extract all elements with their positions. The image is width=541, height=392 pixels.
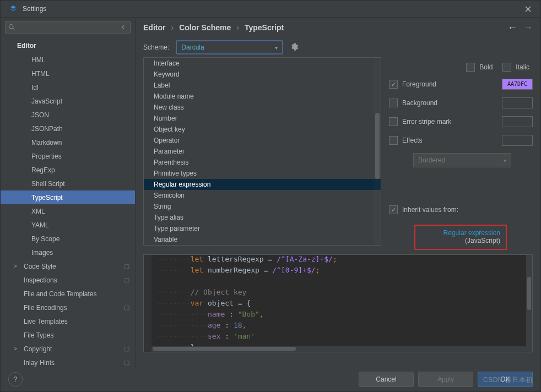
window-title: Settings	[23, 5, 46, 13]
italic-label: Italic	[516, 63, 529, 71]
nav-forward-button: →	[523, 22, 533, 34]
background-swatch[interactable]	[502, 97, 533, 108]
attr-item-interface[interactable]: Interface	[144, 58, 381, 69]
scheme-select[interactable]: Darcula ▾	[176, 40, 283, 55]
attr-item-type-parameter[interactable]: Type parameter	[144, 223, 381, 234]
sidebar-item-file-encodings[interactable]: File Encodings▢	[1, 301, 135, 314]
sidebar-item-markdown[interactable]: Markdown	[1, 135, 135, 149]
attr-item-semicolon[interactable]: Semicolon	[144, 190, 381, 201]
error-stripe-checkbox[interactable]	[389, 117, 398, 126]
sidebar-item-file-and-code-templates[interactable]: File and Code Templates	[1, 287, 135, 301]
scheme-value: Darcula	[181, 43, 204, 51]
sidebar-item-yaml[interactable]: YAML	[1, 218, 135, 232]
apply-button: Apply	[418, 372, 473, 387]
scope-icon: ▢	[124, 304, 129, 311]
sidebar-item-label: Inlay Hints	[24, 359, 55, 367]
code-preview[interactable]: ········let lettersRegexp = /^[A-Za-z]+$…	[143, 254, 533, 352]
sidebar-item-copyright[interactable]: >Copyright▢	[1, 342, 135, 356]
effects-swatch[interactable]	[502, 135, 533, 146]
sidebar-item-shell-script[interactable]: Shell Script	[1, 177, 135, 190]
close-button[interactable]	[520, 1, 536, 17]
sidebar-item-idl[interactable]: Idl	[1, 80, 135, 94]
search-input[interactable]	[5, 21, 131, 34]
crumb-color-scheme[interactable]: Color Scheme	[179, 23, 231, 32]
attr-item-module-name[interactable]: Module name	[144, 91, 381, 102]
sidebar-item-label: File Types	[24, 331, 53, 339]
crumb-editor[interactable]: Editor	[143, 23, 165, 32]
sidebar-item-xml[interactable]: XML	[1, 204, 135, 218]
sidebar-section-editor[interactable]: Editor	[1, 39, 135, 53]
attr-item-parenthesis[interactable]: Parenthesis	[144, 157, 381, 168]
attr-item-new-class[interactable]: New class	[144, 102, 381, 113]
sidebar-item-typescript[interactable]: TypeScript	[1, 190, 135, 204]
italic-checkbox[interactable]	[502, 63, 511, 72]
sidebar-item-inlay-hints[interactable]: Inlay Hints▢	[1, 356, 135, 368]
sidebar-item-label: Code Style	[24, 263, 56, 270]
gear-icon[interactable]	[290, 42, 299, 53]
search-box	[5, 21, 131, 34]
bold-checkbox[interactable]	[466, 63, 475, 72]
error-stripe-label: Error stripe mark	[402, 118, 451, 126]
svg-point-0	[9, 25, 13, 29]
attr-item-regular-expression[interactable]: Regular expression	[144, 179, 381, 190]
error-stripe-swatch[interactable]	[502, 116, 533, 127]
sidebar-item-file-types[interactable]: File Types	[1, 328, 135, 342]
attr-item-string[interactable]: String	[144, 201, 381, 212]
inherit-from-label: (JavaScript)	[423, 237, 500, 244]
search-icon	[8, 24, 15, 32]
help-button[interactable]: ?	[8, 372, 23, 386]
attr-item-operator[interactable]: Operator	[144, 135, 381, 146]
sidebar-item-label: By Scope	[31, 235, 59, 243]
sidebar-item-code-style[interactable]: >Code Style▢	[1, 259, 135, 273]
expand-icon[interactable]: >	[14, 263, 17, 269]
sidebar-item-label: TypeScript	[31, 194, 63, 202]
attributes-list[interactable]: InterfaceKeywordLabelModule nameNew clas…	[143, 57, 381, 246]
attr-item-primitive-types[interactable]: Primitive types	[144, 168, 381, 179]
app-icon	[9, 5, 17, 13]
expand-icon[interactable]: >	[14, 346, 17, 352]
sidebar-item-properties[interactable]: Properties	[1, 149, 135, 163]
attr-item-type-alias[interactable]: Type alias	[144, 212, 381, 223]
sidebar-item-regexp[interactable]: RegExp	[1, 163, 135, 177]
effects-checkbox[interactable]	[389, 136, 398, 145]
style-pane: Bold Italic Foreground AA7DFC Background	[389, 57, 533, 250]
effects-kind-select[interactable]: Bordered ▾	[413, 153, 511, 167]
sidebar-item-label: RegExp	[31, 166, 55, 174]
attr-item-keyword[interactable]: Keyword	[144, 69, 381, 80]
attr-item-object-key[interactable]: Object key	[144, 124, 381, 135]
sidebar-item-live-templates[interactable]: Live Templates	[1, 314, 135, 328]
attr-item-parameter[interactable]: Parameter	[144, 146, 381, 157]
sidebar-item-label: Idl	[31, 84, 39, 91]
footer: ? Cancel Apply OK	[1, 367, 540, 391]
sidebar-item-html[interactable]: HTML	[1, 67, 135, 80]
sidebar-item-javascript[interactable]: JavaScript	[1, 94, 135, 108]
foreground-checkbox[interactable]	[389, 80, 398, 89]
code-content: ········let lettersRegexp = /^[A-Za-z]+$…	[152, 254, 532, 352]
ok-button[interactable]: OK	[478, 372, 533, 387]
search-history-icon[interactable]	[120, 24, 127, 32]
sidebar-item-by-scope[interactable]: By Scope	[1, 232, 135, 246]
preview-hscrollbar[interactable]	[152, 346, 532, 352]
sidebar-item-label: JavaScript	[31, 97, 62, 105]
attr-item-label[interactable]: Label	[144, 80, 381, 91]
inherit-checkbox[interactable]	[389, 205, 398, 214]
inherit-link[interactable]: Regular expression	[423, 229, 500, 237]
foreground-swatch[interactable]: AA7DFC	[502, 79, 533, 90]
bold-label: Bold	[479, 63, 493, 71]
preview-vscrollbar[interactable]	[526, 255, 532, 346]
sidebar-item-hml[interactable]: HML	[1, 53, 135, 67]
scheme-label: Scheme:	[143, 43, 169, 51]
scope-icon: ▢	[124, 276, 129, 284]
background-checkbox[interactable]	[389, 99, 398, 107]
cancel-button[interactable]: Cancel	[359, 372, 414, 387]
sidebar-item-jsonpath[interactable]: JSONPath	[1, 122, 135, 135]
settings-tree[interactable]: Editor HMLHTMLIdlJavaScriptJSONJSONPathM…	[1, 36, 135, 368]
attr-item-variable[interactable]: Variable	[144, 234, 381, 245]
sidebar-item-images[interactable]: Images	[1, 246, 135, 259]
scheme-row: Scheme: Darcula ▾	[136, 37, 540, 57]
list-scrollbar[interactable]	[374, 58, 381, 245]
sidebar-item-json[interactable]: JSON	[1, 108, 135, 122]
sidebar-item-inspections[interactable]: Inspections▢	[1, 273, 135, 287]
nav-back-button[interactable]: ←	[507, 22, 517, 34]
attr-item-number[interactable]: Number	[144, 113, 381, 124]
